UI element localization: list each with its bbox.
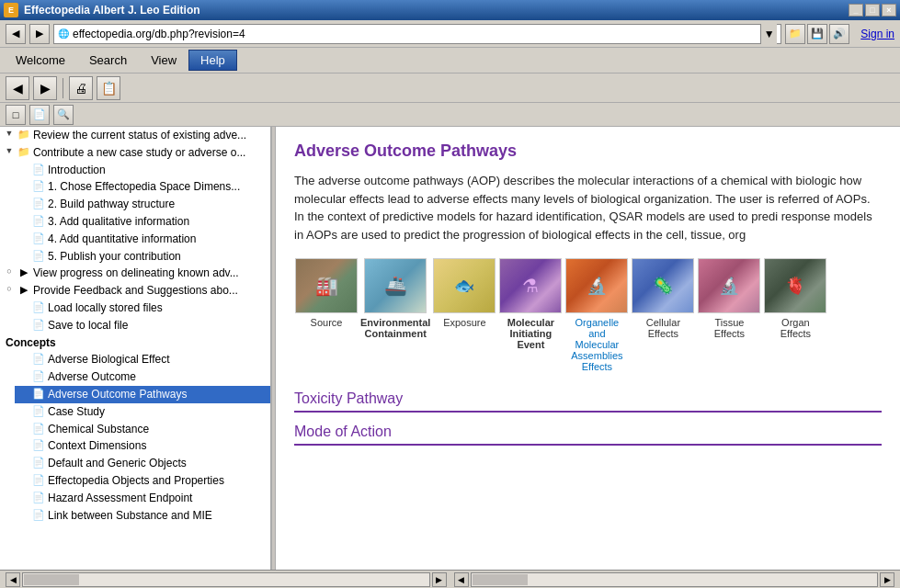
tree-item-introduction[interactable]: 📄 Introduction	[15, 162, 270, 179]
tree-label-hazard: Hazard Assessment Endpoint	[46, 491, 268, 506]
back-toolbar-button[interactable]: ◀	[6, 76, 29, 100]
aop-diagram: Source EnvironmentalContainment Exposure…	[294, 258, 882, 372]
aop-img-exposure	[433, 258, 496, 313]
menu-view[interactable]: View	[139, 50, 188, 71]
tree-item-adverse-outcome[interactable]: 📄 Adverse Outcome	[15, 368, 270, 386]
tree-item-load-files[interactable]: 📄 Load locally stored files	[15, 300, 270, 317]
file-icon-step1: 📄	[31, 179, 46, 193]
tree-item-default[interactable]: 📄 Default and Generic Objects	[15, 455, 270, 472]
window-title: Effectopedia Albert J. Leo Edition	[24, 4, 849, 17]
toolbar: ◀ ▶ 🖨 📋	[0, 74, 900, 103]
url-input[interactable]	[73, 28, 760, 40]
folder-icon-review: 📁	[17, 128, 31, 141]
aop-label-source: Source	[311, 317, 343, 328]
tree-item-step5[interactable]: 📄 5. Publish your contribution	[15, 248, 270, 266]
file-icon-link: 📄	[31, 508, 46, 522]
main-area: ▼ 📁 Review the current status of existin…	[0, 127, 900, 570]
forward-button[interactable]: ▶	[29, 24, 50, 44]
address-bar: ◀ ▶ 🌐 ▼ 📁 💾 🔊 Sign in	[0, 20, 900, 48]
expand-icon-progress: ○	[2, 266, 17, 277]
tree-item-chemical[interactable]: 📄 Chemical Substance	[15, 421, 270, 438]
h-scroll-right-button[interactable]: ▶	[432, 572, 447, 587]
file-icon-step5: 📄	[31, 249, 46, 263]
tree-item-save[interactable]: 📄 Save to local file	[15, 317, 270, 334]
h-scroll-left-button[interactable]: ◀	[6, 572, 20, 587]
aop-step-tissue: TissueEffects	[697, 258, 761, 339]
url-bar[interactable]: 🌐 ▼	[53, 24, 781, 44]
menu-welcome[interactable]: Welcome	[4, 50, 77, 71]
maximize-button[interactable]: □	[865, 4, 880, 17]
content-title: Adverse Outcome Pathways	[294, 141, 882, 161]
tree-item-step3[interactable]: 📄 3. Add qualitative information	[15, 213, 270, 231]
save-button[interactable]: 💾	[807, 24, 827, 44]
file-icon-aop: 📄	[31, 387, 46, 401]
section-mode-of-action: Mode of Action	[294, 424, 882, 446]
tree-item-effectopedia-obj[interactable]: 📄 Effectopedia Objects and Properties	[15, 472, 270, 490]
file-icon-load: 📄	[31, 300, 46, 314]
tree-label-step2: 2. Build pathway structure	[46, 197, 268, 212]
url-dropdown[interactable]: ▼	[760, 24, 777, 44]
file-icon-chemical: 📄	[31, 422, 46, 435]
tree-item-contribute[interactable]: ▼ 📁 Contribute a new case study or adver…	[0, 144, 270, 162]
tree-label-step5: 5. Publish your contribution	[46, 249, 268, 265]
folder-button[interactable]: 📁	[785, 24, 805, 44]
tree-label-default: Default and Generic Objects	[46, 456, 268, 471]
tree-item-hazard[interactable]: 📄 Hazard Assessment Endpoint	[15, 490, 270, 507]
tree-item-feedback[interactable]: ○ ▶ Provide Feedback and Suggestions abo…	[0, 282, 270, 300]
print-button[interactable]: 🖨	[69, 76, 93, 100]
tree-item-case-study[interactable]: 📄 Case Study	[15, 403, 270, 421]
tree-item-review[interactable]: ▼ 📁 Review the current status of existin…	[0, 127, 270, 144]
title-bar: E Effectopedia Albert J. Leo Edition _ □…	[0, 0, 900, 20]
back-button[interactable]: ◀	[6, 24, 26, 44]
tree-item-step4[interactable]: 📄 4. Add quantitative information	[15, 231, 270, 248]
horizontal-scrollbar[interactable]	[22, 572, 430, 587]
aop-img-env	[364, 258, 427, 313]
minimize-button[interactable]: _	[849, 4, 863, 17]
audio-button[interactable]: 🔊	[829, 24, 849, 44]
menu-search[interactable]: Search	[77, 50, 139, 71]
aop-img-organ	[764, 258, 826, 313]
search-toolbar-button[interactable]: 🔍	[53, 105, 74, 125]
aop-label-organ: OrganEffects	[780, 317, 811, 339]
aop-step-organ: OrganEffects	[763, 258, 827, 339]
menu-bar: Welcome Search View Help	[0, 48, 900, 74]
bottom-scroll-thumb[interactable]	[473, 574, 528, 585]
tree-label-step3: 3. Add qualitative information	[46, 214, 268, 230]
tree-label-concepts: Concepts	[4, 335, 268, 351]
arrow-icon-progress: ▶	[17, 266, 31, 279]
file-icon-default: 📄	[31, 456, 46, 469]
h-scroll-thumb[interactable]	[24, 574, 79, 585]
aop-img-tissue	[698, 258, 760, 313]
doc-button[interactable]: 📄	[29, 105, 50, 125]
aop-label-env: EnvironmentalContainment	[360, 317, 430, 339]
status-bar: ◀ ▶ ◀ ▶	[0, 570, 900, 588]
tree-item-link-substance[interactable]: 📄 Link between Substance and MIE	[15, 507, 270, 525]
print-preview-button[interactable]: 📋	[97, 76, 120, 100]
view-toggle-button[interactable]: □	[6, 105, 26, 125]
v-scroll-right-button[interactable]: ▶	[880, 572, 894, 587]
aop-step-organelle: OrganelleandMolecularAssembliesEffects	[564, 258, 629, 372]
tree-label-adverse-bio: Adverse Biological Effect	[46, 352, 268, 368]
aop-step-source: Source	[294, 258, 359, 328]
expand-icon-contribute: ▼	[2, 145, 17, 157]
v-scroll-left-button[interactable]: ◀	[454, 572, 469, 587]
sign-in-link[interactable]: Sign in	[860, 28, 894, 40]
aop-step-mie: MolecularInitiatingEvent	[498, 258, 563, 350]
tree-item-context[interactable]: 📄 Context Dimensions	[15, 437, 270, 455]
menu-help[interactable]: Help	[188, 50, 237, 71]
bottom-scrollbar-right[interactable]	[471, 572, 879, 587]
tree-label-save: Save to local file	[46, 318, 268, 334]
tree-label-link: Link between Substance and MIE	[46, 508, 268, 524]
tree-item-step1[interactable]: 📄 1. Chose Effectopedia Space Dimens...	[15, 178, 270, 196]
aop-label-mie: MolecularInitiatingEvent	[507, 317, 554, 350]
aop-label-cellular: CellularEffects	[646, 317, 680, 339]
tree-label-aop: Adverse Outcome Pathways	[46, 387, 268, 402]
tree-item-adverse-bio[interactable]: 📄 Adverse Biological Effect	[15, 351, 270, 368]
tree-item-step2[interactable]: 📄 2. Build pathway structure	[15, 196, 270, 213]
right-panel: Adverse Outcome Pathways The adverse out…	[276, 127, 900, 570]
tree-item-aop[interactable]: 📄 Adverse Outcome Pathways	[15, 386, 270, 403]
tree-item-view-progress[interactable]: ○ ▶ View progress on delineating known a…	[0, 265, 270, 282]
close-button[interactable]: ×	[882, 4, 896, 17]
forward-toolbar-button[interactable]: ▶	[33, 76, 57, 100]
tree-label-chemical: Chemical Substance	[46, 422, 268, 437]
